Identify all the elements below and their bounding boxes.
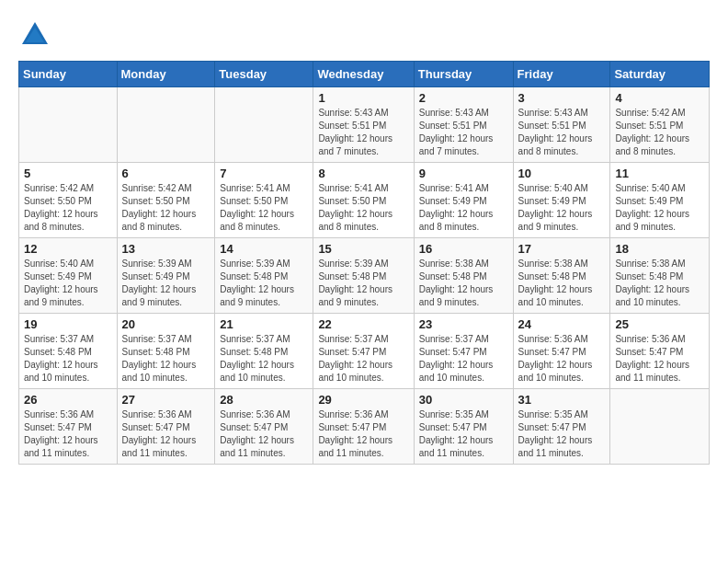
day-number: 2: [419, 91, 508, 105]
day-info: Sunrise: 5:39 AM Sunset: 5:49 PM Dayligh…: [122, 258, 210, 309]
day-number: 13: [122, 242, 210, 256]
calendar-day: 27Sunrise: 5:36 AM Sunset: 5:47 PM Dayli…: [117, 389, 215, 465]
day-number: 25: [615, 317, 704, 331]
calendar-day: 19Sunrise: 5:37 AM Sunset: 5:48 PM Dayli…: [19, 314, 118, 389]
calendar-day: 18Sunrise: 5:38 AM Sunset: 5:48 PM Dayli…: [610, 238, 710, 314]
day-number: 7: [220, 167, 308, 180]
day-number: 26: [24, 393, 112, 407]
day-info: Sunrise: 5:41 AM Sunset: 5:49 PM Dayligh…: [419, 182, 508, 234]
calendar-week-1: 1Sunrise: 5:43 AM Sunset: 5:51 PM Daylig…: [19, 87, 710, 163]
day-number: 10: [518, 167, 606, 180]
day-number: 30: [419, 393, 508, 407]
calendar-day: 20Sunrise: 5:37 AM Sunset: 5:48 PM Dayli…: [117, 314, 215, 389]
calendar-day: [215, 87, 313, 163]
day-info: Sunrise: 5:43 AM Sunset: 5:51 PM Dayligh…: [318, 107, 408, 158]
calendar-day: 26Sunrise: 5:36 AM Sunset: 5:47 PM Dayli…: [19, 389, 118, 465]
day-info: Sunrise: 5:38 AM Sunset: 5:48 PM Dayligh…: [419, 258, 508, 309]
day-number: 23: [419, 317, 508, 331]
calendar-day: 21Sunrise: 5:37 AM Sunset: 5:48 PM Dayli…: [215, 314, 313, 389]
calendar-day: 6Sunrise: 5:42 AM Sunset: 5:50 PM Daylig…: [117, 163, 215, 238]
weekday-header-wednesday: Wednesday: [313, 62, 414, 87]
calendar-day: 8Sunrise: 5:41 AM Sunset: 5:50 PM Daylig…: [313, 163, 414, 238]
day-info: Sunrise: 5:36 AM Sunset: 5:47 PM Dayligh…: [24, 408, 112, 460]
day-number: 6: [122, 167, 210, 180]
page-header: [18, 18, 710, 52]
calendar-day: 7Sunrise: 5:41 AM Sunset: 5:50 PM Daylig…: [215, 163, 313, 238]
day-info: Sunrise: 5:36 AM Sunset: 5:47 PM Dayligh…: [318, 408, 408, 460]
calendar-day: 2Sunrise: 5:43 AM Sunset: 5:51 PM Daylig…: [414, 87, 513, 163]
calendar-week-4: 19Sunrise: 5:37 AM Sunset: 5:48 PM Dayli…: [19, 314, 710, 389]
calendar-day: 28Sunrise: 5:36 AM Sunset: 5:47 PM Dayli…: [215, 389, 313, 465]
day-info: Sunrise: 5:35 AM Sunset: 5:47 PM Dayligh…: [419, 408, 508, 460]
weekday-header-monday: Monday: [117, 62, 215, 87]
calendar-day: 16Sunrise: 5:38 AM Sunset: 5:48 PM Dayli…: [414, 238, 513, 314]
calendar-day: 10Sunrise: 5:40 AM Sunset: 5:49 PM Dayli…: [513, 163, 610, 238]
calendar-day: 14Sunrise: 5:39 AM Sunset: 5:48 PM Dayli…: [215, 238, 313, 314]
day-number: 19: [24, 317, 112, 331]
day-number: 9: [419, 167, 508, 180]
calendar-header: SundayMondayTuesdayWednesdayThursdayFrid…: [19, 62, 710, 87]
day-number: 11: [615, 167, 704, 180]
day-info: Sunrise: 5:40 AM Sunset: 5:49 PM Dayligh…: [518, 182, 606, 234]
calendar-day: 17Sunrise: 5:38 AM Sunset: 5:48 PM Dayli…: [513, 238, 610, 314]
day-number: 18: [615, 242, 704, 256]
day-number: 8: [318, 167, 408, 180]
day-number: 24: [518, 317, 606, 331]
calendar-day: 3Sunrise: 5:43 AM Sunset: 5:51 PM Daylig…: [513, 87, 610, 163]
calendar-day: 29Sunrise: 5:36 AM Sunset: 5:47 PM Dayli…: [313, 389, 414, 465]
calendar-day: 30Sunrise: 5:35 AM Sunset: 5:47 PM Dayli…: [414, 389, 513, 465]
day-info: Sunrise: 5:42 AM Sunset: 5:50 PM Dayligh…: [24, 182, 112, 234]
day-info: Sunrise: 5:41 AM Sunset: 5:50 PM Dayligh…: [220, 182, 308, 234]
day-info: Sunrise: 5:37 AM Sunset: 5:48 PM Dayligh…: [24, 333, 112, 385]
calendar-week-5: 26Sunrise: 5:36 AM Sunset: 5:47 PM Dayli…: [19, 389, 710, 465]
day-info: Sunrise: 5:41 AM Sunset: 5:50 PM Dayligh…: [318, 182, 408, 234]
day-info: Sunrise: 5:36 AM Sunset: 5:47 PM Dayligh…: [518, 333, 606, 385]
day-info: Sunrise: 5:40 AM Sunset: 5:49 PM Dayligh…: [615, 182, 704, 234]
day-info: Sunrise: 5:43 AM Sunset: 5:51 PM Dayligh…: [518, 107, 606, 158]
calendar-day: 5Sunrise: 5:42 AM Sunset: 5:50 PM Daylig…: [19, 163, 118, 238]
day-number: 17: [518, 242, 606, 256]
calendar-week-3: 12Sunrise: 5:40 AM Sunset: 5:49 PM Dayli…: [19, 238, 710, 314]
weekday-header-sunday: Sunday: [19, 62, 118, 87]
weekday-header-thursday: Thursday: [414, 62, 513, 87]
day-number: 4: [615, 91, 704, 105]
day-info: Sunrise: 5:37 AM Sunset: 5:47 PM Dayligh…: [318, 333, 408, 385]
day-info: Sunrise: 5:36 AM Sunset: 5:47 PM Dayligh…: [122, 408, 210, 460]
calendar-day: 25Sunrise: 5:36 AM Sunset: 5:47 PM Dayli…: [610, 314, 710, 389]
calendar-day: 15Sunrise: 5:39 AM Sunset: 5:48 PM Dayli…: [313, 238, 414, 314]
day-number: 27: [122, 393, 210, 407]
day-number: 14: [220, 242, 308, 256]
calendar-day: 24Sunrise: 5:36 AM Sunset: 5:47 PM Dayli…: [513, 314, 610, 389]
day-info: Sunrise: 5:38 AM Sunset: 5:48 PM Dayligh…: [615, 258, 704, 309]
calendar-day: [610, 389, 710, 465]
day-info: Sunrise: 5:42 AM Sunset: 5:51 PM Dayligh…: [615, 107, 704, 158]
calendar-day: [117, 87, 215, 163]
calendar-day: 13Sunrise: 5:39 AM Sunset: 5:49 PM Dayli…: [117, 238, 215, 314]
day-info: Sunrise: 5:36 AM Sunset: 5:47 PM Dayligh…: [615, 333, 704, 385]
calendar-day: 1Sunrise: 5:43 AM Sunset: 5:51 PM Daylig…: [313, 87, 414, 163]
day-number: 21: [220, 317, 308, 331]
day-number: 20: [122, 317, 210, 331]
logo-icon: [18, 18, 51, 52]
calendar-week-2: 5Sunrise: 5:42 AM Sunset: 5:50 PM Daylig…: [19, 163, 710, 238]
day-number: 1: [318, 91, 408, 105]
day-number: 16: [419, 242, 508, 256]
day-info: Sunrise: 5:39 AM Sunset: 5:48 PM Dayligh…: [220, 258, 308, 309]
weekday-header-tuesday: Tuesday: [215, 62, 313, 87]
day-number: 31: [518, 393, 606, 407]
day-number: 22: [318, 317, 408, 331]
day-number: 15: [318, 242, 408, 256]
day-info: Sunrise: 5:35 AM Sunset: 5:47 PM Dayligh…: [518, 408, 606, 460]
day-info: Sunrise: 5:39 AM Sunset: 5:48 PM Dayligh…: [318, 258, 408, 309]
calendar-day: 11Sunrise: 5:40 AM Sunset: 5:49 PM Dayli…: [610, 163, 710, 238]
day-info: Sunrise: 5:37 AM Sunset: 5:48 PM Dayligh…: [220, 333, 308, 385]
calendar-table: SundayMondayTuesdayWednesdayThursdayFrid…: [18, 61, 710, 465]
day-number: 29: [318, 393, 408, 407]
day-number: 28: [220, 393, 308, 407]
weekday-header-friday: Friday: [513, 62, 610, 87]
day-number: 3: [518, 91, 606, 105]
day-info: Sunrise: 5:43 AM Sunset: 5:51 PM Dayligh…: [419, 107, 508, 158]
calendar-day: 22Sunrise: 5:37 AM Sunset: 5:47 PM Dayli…: [313, 314, 414, 389]
calendar-day: 23Sunrise: 5:37 AM Sunset: 5:47 PM Dayli…: [414, 314, 513, 389]
calendar-day: 9Sunrise: 5:41 AM Sunset: 5:49 PM Daylig…: [414, 163, 513, 238]
